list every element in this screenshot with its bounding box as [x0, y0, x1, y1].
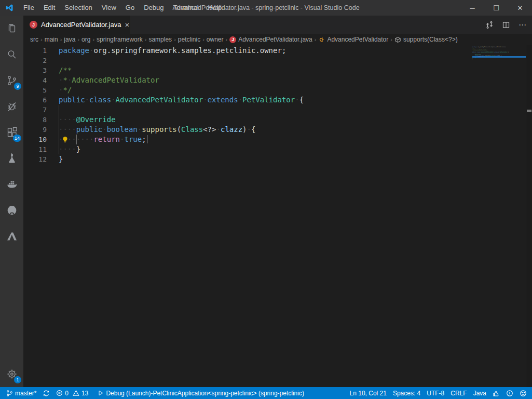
smiley-icon: [520, 390, 527, 397]
breadcrumb: src›main›java›org›springframework›sample…: [23, 34, 532, 45]
breadcrumb-separator: ›: [224, 36, 230, 43]
breadcrumb-item[interactable]: petclinic: [178, 36, 200, 43]
line-number: 12: [23, 154, 59, 164]
beaker-icon: [6, 152, 18, 165]
code-line-8[interactable]: 8····@Override: [23, 115, 532, 125]
split-editor-icon[interactable]: [502, 21, 510, 29]
indent-guide: [59, 105, 59, 154]
tab-bar: J AdvancedPetValidator.java × ⋯: [23, 16, 532, 34]
feedback-button[interactable]: [489, 387, 503, 399]
line-number: 5: [23, 85, 59, 95]
code-line-1[interactable]: 1package·org.springframework.samples.pet…: [23, 46, 532, 56]
code-line-10[interactable]: 10········return·true;: [23, 135, 532, 144]
breadcrumb-separator: ›: [75, 36, 81, 43]
line-number: 6: [23, 95, 59, 105]
text-cursor: [147, 135, 148, 143]
warning-count: 13: [81, 390, 88, 397]
menu-file[interactable]: File: [19, 0, 39, 16]
indentation-button[interactable]: Spaces: 4: [390, 387, 424, 399]
code-line-9[interactable]: 9····public·boolean·supports(Class<?>·cl…: [23, 125, 532, 135]
sync-button[interactable]: [39, 387, 53, 399]
breadcrumb-separator: ›: [90, 36, 97, 43]
tab-advancedpetvalidator[interactable]: J AdvancedPetValidator.java ×: [23, 16, 130, 34]
breadcrumb-item[interactable]: src: [30, 36, 38, 43]
line-number: 10: [23, 135, 59, 144]
activity-search[interactable]: [0, 42, 23, 68]
activity-docker[interactable]: [0, 171, 23, 197]
play-icon: [98, 390, 104, 396]
problems-button[interactable]: 0 13: [53, 387, 91, 399]
menu-view[interactable]: View: [97, 0, 121, 16]
branch-label: master*: [15, 390, 36, 397]
docker-icon: [6, 178, 18, 191]
code-line-2[interactable]: 2: [23, 56, 532, 65]
code-line-7[interactable]: 7: [23, 105, 532, 115]
debug-icon: [6, 100, 18, 113]
breadcrumb-item[interactable]: supports(Class<?>): [394, 36, 458, 43]
line-content: ········return·true;: [59, 135, 147, 144]
close-window-icon[interactable]: ✕: [508, 0, 532, 16]
github-icon: [6, 204, 18, 217]
debug-label: Debug (Launch)-PetClinicApplication<spri…: [106, 390, 304, 397]
activity-azure[interactable]: [0, 223, 23, 249]
java-file-icon: J: [30, 21, 37, 29]
minimap-line: }: [472, 58, 526, 59]
open-changes-icon[interactable]: [485, 21, 494, 29]
language-mode-button[interactable]: Java: [470, 387, 489, 399]
eol-button[interactable]: CRLF: [447, 387, 470, 399]
scrollbar[interactable]: [526, 45, 532, 387]
method-icon: [394, 36, 401, 43]
code-editor[interactable]: 1package·org.springframework.samples.pet…: [23, 45, 532, 387]
minimap[interactable]: package·org.springframework.samples.petc…: [472, 46, 526, 387]
activity-manage[interactable]: 1: [0, 361, 23, 387]
activity-github[interactable]: [0, 197, 23, 223]
git-branch-button[interactable]: master*: [5, 387, 39, 399]
activity-extensions[interactable]: 14: [0, 119, 23, 145]
more-actions-icon[interactable]: ⋯: [519, 20, 527, 30]
activity-test-explorer[interactable]: [0, 145, 23, 171]
tweet-feedback-button[interactable]: [516, 387, 528, 399]
code-line-12[interactable]: 12}: [23, 154, 532, 164]
line-number: 7: [23, 105, 59, 115]
line-content: ·*·AdvancedPetValidator: [59, 75, 159, 85]
menu-edit[interactable]: Edit: [39, 0, 60, 16]
breadcrumb-item[interactable]: AdvancedPetValidator: [318, 36, 388, 43]
menu-go[interactable]: Go: [121, 0, 139, 16]
breadcrumb-separator: ›: [58, 36, 64, 43]
close-tab-icon[interactable]: ×: [125, 21, 129, 29]
code-line-4[interactable]: 4·*·AdvancedPetValidator: [23, 75, 532, 85]
maximize-icon[interactable]: ☐: [484, 0, 508, 16]
error-count: 0: [65, 390, 69, 397]
activity-run-and-debug[interactable]: [0, 94, 23, 119]
class-icon: [318, 36, 325, 43]
breadcrumb-separator: ›: [200, 36, 207, 43]
line-number: 4: [23, 75, 59, 85]
debug-launch-button[interactable]: Debug (Launch)-PetClinicApplication<spri…: [94, 387, 307, 399]
activity-source-control[interactable]: 9: [0, 68, 23, 94]
breadcrumb-item[interactable]: JAdvancedPetValidator.java: [229, 36, 312, 43]
breadcrumb-item[interactable]: java: [64, 36, 75, 43]
breadcrumb-item[interactable]: org: [81, 36, 90, 43]
line-content: ·*/: [59, 85, 72, 95]
code-line-3[interactable]: 3/**: [23, 65, 532, 75]
menu-debug[interactable]: Debug: [139, 0, 168, 16]
encoding-button[interactable]: UTF-8: [424, 387, 447, 399]
line-content: }: [59, 154, 63, 164]
code-line-5[interactable]: 5·*/: [23, 85, 532, 95]
breadcrumb-item[interactable]: owner: [207, 36, 224, 43]
title-bar: FileEditSelectionViewGoDebugTerminalHelp…: [0, 0, 532, 16]
code-line-6[interactable]: 6public·class·AdvancedPetValidator·exten…: [23, 95, 532, 105]
breadcrumb-item[interactable]: springframework: [97, 36, 143, 43]
notifications-button[interactable]: [503, 387, 516, 399]
lightbulb-icon[interactable]: [61, 136, 69, 143]
line-number: 8: [23, 115, 59, 125]
menu-selection[interactable]: Selection: [60, 0, 97, 16]
breadcrumb-item[interactable]: main: [45, 36, 58, 43]
code-line-11[interactable]: 11····}: [23, 144, 532, 154]
minimize-icon[interactable]: ─: [460, 0, 484, 16]
line-content: ····}: [59, 144, 80, 154]
activity-explorer[interactable]: [0, 16, 23, 42]
breadcrumb-item[interactable]: samples: [148, 36, 172, 43]
cursor-position-button[interactable]: Ln 10, Col 21: [347, 387, 390, 399]
badge: 9: [14, 83, 21, 90]
